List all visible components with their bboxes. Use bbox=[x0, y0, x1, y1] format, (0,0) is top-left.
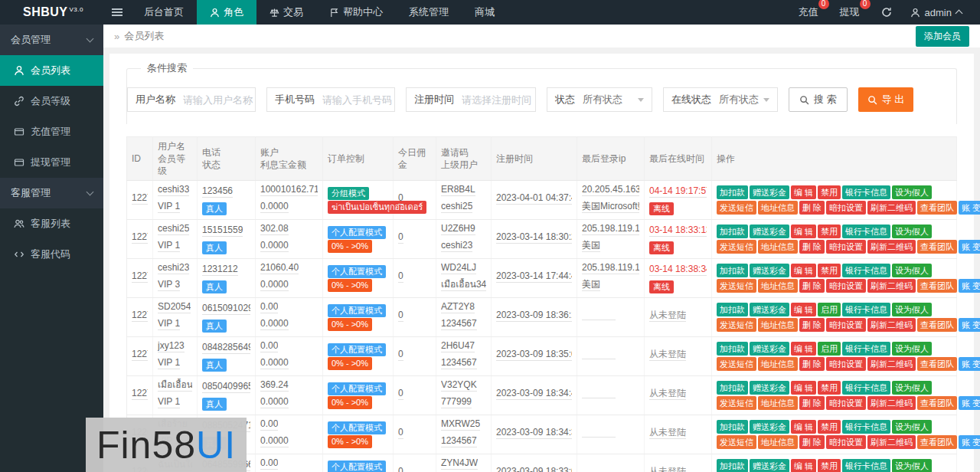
gift-bonus-button[interactable]: 赠送彩金 bbox=[750, 185, 789, 199]
topnav-item-help-center[interactable]: 帮助中心 bbox=[316, 0, 396, 25]
toggle-status-button[interactable]: 禁用 bbox=[818, 459, 841, 472]
admin-user-menu[interactable]: admin bbox=[906, 7, 966, 18]
sidebar-group-service-management[interactable]: 客服管理 bbox=[0, 178, 103, 208]
hidden-deduct-settings-button[interactable]: 暗扣设置 bbox=[826, 240, 866, 254]
phone-input[interactable] bbox=[322, 94, 394, 106]
username-input[interactable] bbox=[183, 94, 255, 106]
view-team-button[interactable]: 查看团队 bbox=[917, 201, 957, 215]
address-info-button[interactable]: 地址信息 bbox=[758, 357, 798, 371]
view-team-button[interactable]: 查看团队 bbox=[917, 396, 957, 410]
regtime-input[interactable] bbox=[462, 94, 535, 106]
address-info-button[interactable]: 地址信息 bbox=[758, 396, 798, 410]
toggle-status-button[interactable]: 禁用 bbox=[818, 420, 841, 434]
address-info-button[interactable]: 地址信息 bbox=[758, 279, 798, 293]
edit-button[interactable]: 编 辑 bbox=[791, 264, 816, 277]
hamburger-menu-icon[interactable] bbox=[103, 0, 131, 25]
topnav-item-trade[interactable]: 交易 bbox=[256, 0, 316, 25]
set-fake-user-button[interactable]: 设为假人 bbox=[892, 420, 932, 434]
delete-button[interactable]: 删 除 bbox=[799, 435, 825, 449]
refresh-icon[interactable] bbox=[874, 7, 900, 18]
bank-card-info-button[interactable]: 银行卡信息 bbox=[842, 342, 890, 356]
bank-card-info-button[interactable]: 银行卡信息 bbox=[842, 459, 890, 472]
add-deduct-button[interactable]: 加扣款 bbox=[717, 225, 748, 238]
bank-card-info-button[interactable]: 银行卡信息 bbox=[842, 225, 890, 238]
topnav-item-mall[interactable]: 商城 bbox=[462, 0, 508, 25]
status-select[interactable]: 所有状态 bbox=[583, 93, 652, 107]
topnav-item-dashboard[interactable]: 后台首页 bbox=[131, 0, 197, 25]
account-change-button[interactable]: 账 变 bbox=[959, 279, 980, 293]
gift-bonus-button[interactable]: 赠送彩金 bbox=[750, 381, 789, 395]
send-sms-button[interactable]: 发送短信 bbox=[717, 435, 756, 449]
send-sms-button[interactable]: 发送短信 bbox=[717, 357, 756, 371]
view-team-button[interactable]: 查看团队 bbox=[917, 240, 957, 254]
bank-card-info-button[interactable]: 银行卡信息 bbox=[842, 264, 890, 277]
delete-button[interactable]: 删 除 bbox=[799, 318, 825, 332]
sidebar-group-member-management[interactable]: 会员管理 bbox=[0, 25, 103, 55]
add-deduct-button[interactable]: 加扣款 bbox=[717, 381, 748, 395]
edit-button[interactable]: 编 辑 bbox=[791, 420, 816, 434]
refresh-qrcode-button[interactable]: 刷新二维码 bbox=[867, 318, 916, 332]
add-deduct-button[interactable]: 加扣款 bbox=[717, 185, 748, 199]
search-button[interactable]: 搜 索 bbox=[789, 87, 848, 112]
view-team-button[interactable]: 查看团队 bbox=[917, 357, 957, 371]
toggle-status-button[interactable]: 启用 bbox=[818, 342, 841, 356]
set-fake-user-button[interactable]: 设为假人 bbox=[892, 264, 932, 277]
refresh-qrcode-button[interactable]: 刷新二维码 bbox=[867, 435, 916, 449]
hidden-deduct-settings-button[interactable]: 暗扣设置 bbox=[826, 357, 866, 371]
delete-button[interactable]: 删 除 bbox=[799, 240, 825, 254]
add-deduct-button[interactable]: 加扣款 bbox=[717, 303, 748, 316]
view-team-button[interactable]: 查看团队 bbox=[917, 435, 957, 449]
bank-card-info-button[interactable]: 银行卡信息 bbox=[842, 381, 890, 395]
toggle-status-button[interactable]: 禁用 bbox=[818, 185, 841, 199]
send-sms-button[interactable]: 发送短信 bbox=[717, 279, 756, 293]
address-info-button[interactable]: 地址信息 bbox=[758, 201, 798, 215]
bank-card-info-button[interactable]: 银行卡信息 bbox=[842, 303, 890, 316]
account-change-button[interactable]: 账 变 bbox=[959, 435, 980, 449]
delete-button[interactable]: 删 除 bbox=[799, 201, 825, 215]
add-deduct-button[interactable]: 加扣款 bbox=[717, 459, 748, 472]
recharge-link[interactable]: 充值 0 bbox=[791, 5, 826, 19]
gift-bonus-button[interactable]: 赠送彩金 bbox=[750, 342, 789, 356]
account-change-button[interactable]: 账 变 bbox=[959, 240, 980, 254]
set-fake-user-button[interactable]: 设为假人 bbox=[892, 185, 932, 199]
add-member-button[interactable]: 添加会员 bbox=[916, 26, 969, 47]
withdraw-link[interactable]: 提现 0 bbox=[832, 5, 867, 19]
gift-bonus-button[interactable]: 赠送彩金 bbox=[750, 264, 789, 277]
add-deduct-button[interactable]: 加扣款 bbox=[717, 342, 748, 356]
edit-button[interactable]: 编 辑 bbox=[791, 381, 816, 395]
view-team-button[interactable]: 查看团队 bbox=[917, 279, 957, 293]
gift-bonus-button[interactable]: 赠送彩金 bbox=[750, 303, 789, 316]
set-fake-user-button[interactable]: 设为假人 bbox=[892, 381, 932, 395]
edit-button[interactable]: 编 辑 bbox=[791, 459, 816, 472]
gift-bonus-button[interactable]: 赠送彩金 bbox=[750, 225, 789, 238]
hidden-deduct-settings-button[interactable]: 暗扣设置 bbox=[826, 201, 866, 215]
send-sms-button[interactable]: 发送短信 bbox=[717, 318, 756, 332]
toggle-status-button[interactable]: 禁用 bbox=[818, 381, 841, 395]
refresh-qrcode-button[interactable]: 刷新二维码 bbox=[867, 240, 916, 254]
sidebar-item-recharge-management[interactable]: 充值管理 bbox=[0, 116, 103, 147]
hidden-deduct-settings-button[interactable]: 暗扣设置 bbox=[826, 318, 866, 332]
edit-button[interactable]: 编 辑 bbox=[791, 303, 816, 316]
refresh-qrcode-button[interactable]: 刷新二维码 bbox=[867, 201, 916, 215]
address-info-button[interactable]: 地址信息 bbox=[758, 240, 798, 254]
delete-button[interactable]: 删 除 bbox=[799, 357, 825, 371]
toggle-status-button[interactable]: 启用 bbox=[818, 303, 841, 316]
topnav-item-system[interactable]: 系统管理 bbox=[396, 0, 462, 25]
hidden-deduct-settings-button[interactable]: 暗扣设置 bbox=[826, 279, 866, 293]
gift-bonus-button[interactable]: 赠送彩金 bbox=[750, 459, 789, 472]
set-fake-user-button[interactable]: 设为假人 bbox=[892, 342, 932, 356]
set-fake-user-button[interactable]: 设为假人 bbox=[892, 225, 932, 238]
edit-button[interactable]: 编 辑 bbox=[791, 342, 816, 356]
send-sms-button[interactable]: 发送短信 bbox=[717, 396, 756, 410]
account-change-button[interactable]: 账 变 bbox=[959, 318, 980, 332]
delete-button[interactable]: 删 除 bbox=[799, 396, 825, 410]
refresh-qrcode-button[interactable]: 刷新二维码 bbox=[867, 396, 916, 410]
bank-card-info-button[interactable]: 银行卡信息 bbox=[842, 420, 890, 434]
sidebar-item-service-code[interactable]: 客服代码 bbox=[0, 239, 103, 270]
topnav-item-roles[interactable]: 角色 bbox=[197, 0, 256, 25]
online-status-select[interactable]: 所有状态 bbox=[719, 93, 777, 107]
account-change-button[interactable]: 账 变 bbox=[959, 396, 980, 410]
gift-bonus-button[interactable]: 赠送彩金 bbox=[750, 420, 789, 434]
account-change-button[interactable]: 账 变 bbox=[959, 201, 980, 215]
hidden-deduct-settings-button[interactable]: 暗扣设置 bbox=[826, 435, 866, 449]
